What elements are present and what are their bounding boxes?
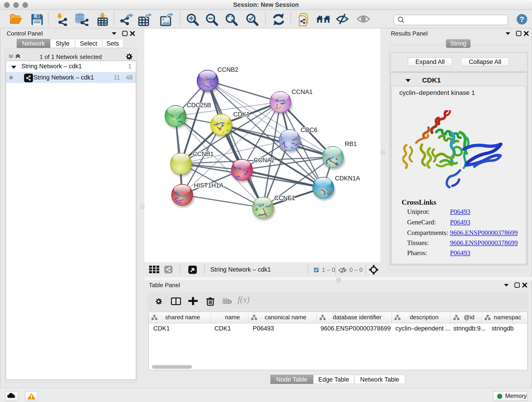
svg-text:CCNE1: CCNE1 <box>274 195 295 201</box>
svg-text:CDC25B: CDC25B <box>187 102 211 109</box>
svg-text:RB1: RB1 <box>345 140 357 147</box>
svg-text:CCNA1: CCNA1 <box>292 89 313 95</box>
svg-text:CCNA2: CCNA2 <box>254 157 275 164</box>
svg-text:CCNB2: CCNB2 <box>217 66 239 73</box>
svg-text:CDK1: CDK1 <box>233 111 250 118</box>
svg-text:CCNB1: CCNB1 <box>193 151 214 157</box>
svg-text:CDKN1A: CDKN1A <box>335 175 360 182</box>
svg-text:CDC6: CDC6 <box>301 127 317 133</box>
svg-text:HIST1H1A: HIST1H1A <box>194 182 223 189</box>
